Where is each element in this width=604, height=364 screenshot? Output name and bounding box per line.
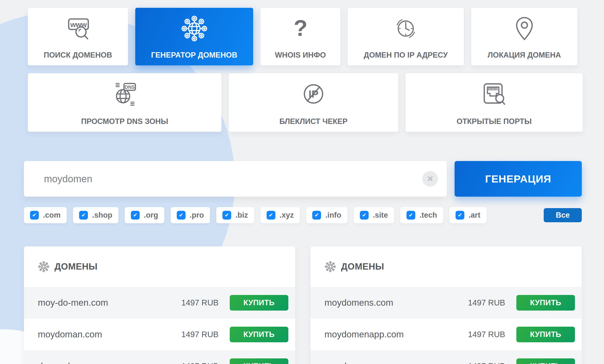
panel-header: ДОМЕНЫ	[311, 246, 582, 287]
close-icon: ✕	[427, 175, 434, 183]
domain-price: 1497 RUB	[468, 330, 505, 339]
tld-label: .org	[144, 211, 158, 219]
buy-button[interactable]: КУПИТЬ	[230, 295, 288, 311]
results-area: ДОМЕНЫ moy-do-men.com 1497 RUB КУПИТЬ mo…	[24, 246, 582, 364]
tab-clock[interactable]: ДОМЕН ПО IP АДРЕСУ	[348, 8, 464, 65]
tld-label: .art	[468, 211, 480, 219]
tab-label: WHOIS ИНФО	[275, 51, 326, 60]
tld-filter-site[interactable]: ✔ .site	[354, 207, 394, 223]
domain-row: moydomens.com 1497 RUB КУПИТЬ	[311, 287, 582, 319]
clock-icon	[348, 13, 464, 44]
panel-title: ДОМЕНЫ	[54, 262, 98, 272]
tld-filter-xyz[interactable]: ✔ .xyz	[261, 207, 300, 223]
generate-button[interactable]: ГЕНЕРАЦИЯ	[454, 161, 582, 197]
checkbox-checked-icon[interactable]: ✔	[267, 211, 275, 219]
domain-price: 1497 RUB	[181, 298, 218, 307]
buy-button[interactable]: КУПИТЬ	[516, 295, 575, 311]
domain-input-wrap: ✕	[24, 161, 447, 197]
checkbox-checked-icon[interactable]: ✔	[30, 211, 39, 219]
domain-name: moydoman.com	[38, 329, 181, 340]
buy-button[interactable]: КУПИТЬ	[516, 358, 575, 364]
domains-network-icon	[325, 261, 336, 273]
ip-blocked-icon: IP	[229, 79, 398, 109]
tab-label: ОТКРЫТЫЕ ПОРТЫ	[456, 117, 532, 126]
domain-search-icon: www	[28, 13, 128, 44]
tld-filter-com[interactable]: ✔ .com	[24, 207, 67, 223]
domain-name: moydomeny.com	[325, 361, 468, 364]
location-pin-icon	[471, 13, 577, 44]
checkbox-checked-icon[interactable]: ✔	[455, 211, 464, 219]
domain-row: moydomenapp.com 1497 RUB КУПИТЬ	[311, 319, 582, 350]
tab-label: ПОИСК ДОМЕНОВ	[44, 51, 112, 60]
tld-filter-shop[interactable]: ✔ .shop	[73, 207, 118, 223]
domain-price: 1497 RUB	[181, 362, 218, 364]
tld-filter-row: ✔ .com ✔ .shop ✔ .org ✔ .pro ✔ .biz ✔ .x…	[24, 207, 582, 223]
domain-price: 1497 RUB	[181, 330, 218, 339]
domain-row: moydomeny.com 1497 RUB КУПИТЬ	[311, 350, 582, 364]
question-icon: ?	[261, 13, 340, 44]
checkbox-checked-icon[interactable]: ✔	[177, 211, 186, 219]
domain-input[interactable]	[24, 161, 447, 197]
tld-label: .info	[325, 211, 341, 219]
tld-label: .shop	[92, 211, 112, 219]
open-ports-icon	[405, 79, 583, 109]
tld-label: .xyz	[279, 211, 294, 219]
tld-label: .com	[43, 211, 61, 219]
results-panel: ДОМЕНЫ moydomens.com 1497 RUB КУПИТЬ moy…	[311, 246, 582, 364]
buy-button[interactable]: КУПИТЬ	[516, 327, 575, 342]
tld-label: .pro	[190, 211, 204, 219]
checkbox-checked-icon[interactable]: ✔	[312, 211, 321, 219]
checkbox-checked-icon[interactable]: ✔	[406, 211, 415, 219]
checkbox-checked-icon[interactable]: ✔	[131, 211, 140, 219]
tab-domain-generator[interactable]: ГЕНЕРАТОР ДОМЕНОВ	[135, 8, 253, 65]
generator-search-row: ✕ ГЕНЕРАЦИЯ	[24, 161, 582, 197]
buy-button[interactable]: КУПИТЬ	[230, 358, 288, 364]
panel-title: ДОМЕНЫ	[341, 262, 384, 272]
checkbox-checked-icon[interactable]: ✔	[79, 211, 88, 219]
tools-nav-secondary: DNS ПРОСМОТР DNS ЗОНЫ IP БЛЕКЛИСТ ЧЕКЕР …	[28, 73, 583, 132]
results-panel: ДОМЕНЫ moy-do-men.com 1497 RUB КУПИТЬ mo…	[24, 246, 295, 364]
domain-rows: moydomens.com 1497 RUB КУПИТЬ moydomenap…	[311, 287, 582, 364]
dns-zone-icon: DNS	[28, 79, 221, 109]
domain-price: 1497 RUB	[468, 362, 505, 364]
tld-label: .biz	[235, 211, 248, 219]
domain-row: damoydomen.com 1497 RUB КУПИТЬ	[24, 350, 295, 364]
tld-filter-org[interactable]: ✔ .org	[125, 207, 164, 223]
domain-name: damoydomen.com	[38, 361, 181, 364]
tld-label: .site	[373, 211, 388, 219]
tab-label: БЛЕКЛИСТ ЧЕКЕР	[279, 117, 348, 126]
tools-nav-primary: www ПОИСК ДОМЕНОВ ГЕНЕРАТОР ДОМЕНОВ ? WH…	[28, 8, 577, 65]
tab-domain-search[interactable]: www ПОИСК ДОМЕНОВ	[28, 8, 128, 65]
checkbox-checked-icon[interactable]: ✔	[360, 211, 369, 219]
domain-rows: moy-do-men.com 1497 RUB КУПИТЬ moydoman.…	[24, 287, 295, 364]
tab-label: ПРОСМОТР DNS ЗОНЫ	[81, 117, 168, 126]
tld-filter-biz[interactable]: ✔ .biz	[216, 207, 254, 223]
tab-label: ЛОКАЦИЯ ДОМЕНА	[488, 51, 561, 60]
tab-location-pin[interactable]: ЛОКАЦИЯ ДОМЕНА	[471, 8, 577, 65]
domain-row: moy-do-men.com 1497 RUB КУПИТЬ	[24, 287, 295, 319]
panel-header: ДОМЕНЫ	[24, 246, 295, 287]
tab-label: ДОМЕН ПО IP АДРЕСУ	[364, 51, 448, 60]
checkbox-checked-icon[interactable]: ✔	[222, 211, 231, 219]
tld-label: .tech	[419, 211, 437, 219]
tab-open-ports[interactable]: ОТКРЫТЫЕ ПОРТЫ	[405, 73, 583, 132]
domains-network-icon	[38, 261, 50, 273]
domain-generator-icon	[135, 13, 253, 44]
tld-filter-info[interactable]: ✔ .info	[306, 207, 347, 223]
tld-filter-art[interactable]: ✔ .art	[450, 207, 486, 223]
svg-text:?: ?	[293, 15, 307, 41]
domain-row: moydoman.com 1497 RUB КУПИТЬ	[24, 319, 295, 350]
clear-input-button[interactable]: ✕	[422, 171, 438, 187]
domain-name: moydomens.com	[325, 298, 468, 308]
domain-name: moydomenapp.com	[325, 329, 468, 340]
tld-filter-pro[interactable]: ✔ .pro	[171, 207, 210, 223]
tab-dns-zone[interactable]: DNS ПРОСМОТР DNS ЗОНЫ	[28, 73, 221, 132]
svg-text:DNS: DNS	[125, 85, 135, 90]
tab-label: ГЕНЕРАТОР ДОМЕНОВ	[151, 51, 237, 60]
tab-question[interactable]: ? WHOIS ИНФО	[261, 8, 340, 65]
domain-name: moy-do-men.com	[38, 298, 181, 308]
select-all-button[interactable]: Все	[544, 208, 582, 222]
tab-ip-blocked[interactable]: IP БЛЕКЛИСТ ЧЕКЕР	[229, 73, 398, 132]
buy-button[interactable]: КУПИТЬ	[230, 327, 288, 342]
tld-filter-tech[interactable]: ✔ .tech	[400, 207, 443, 223]
